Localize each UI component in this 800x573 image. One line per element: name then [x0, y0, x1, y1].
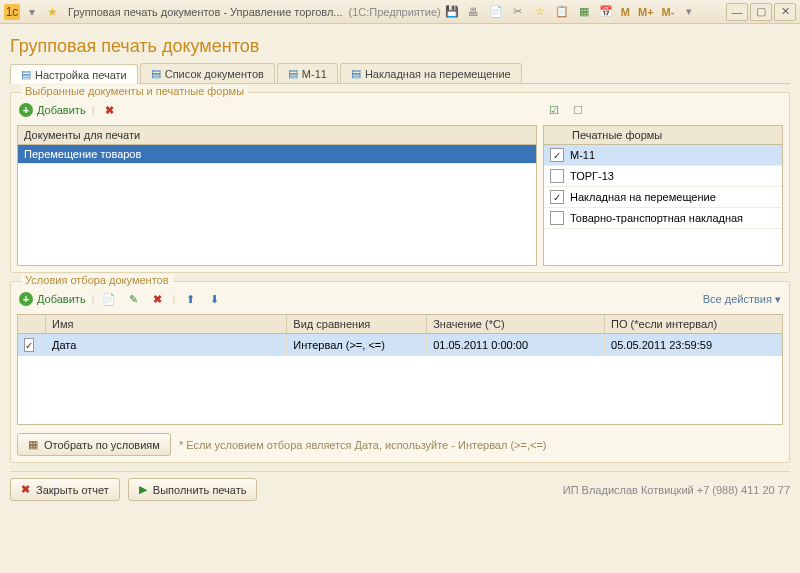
- cond-cmp: Интервал (>=, <=): [287, 335, 427, 355]
- col-to: ПО (*если интервал): [605, 315, 782, 333]
- uncheck-all-button[interactable]: ☐: [569, 101, 587, 119]
- minimize-button[interactable]: —: [726, 3, 748, 21]
- tab-label: М-11: [302, 68, 327, 80]
- m-button[interactable]: M: [617, 6, 634, 18]
- cond-name: Дата: [46, 335, 287, 355]
- titlebar: 1c ▾ ★ Групповая печать документов - Упр…: [0, 0, 800, 24]
- separator: |: [172, 293, 175, 305]
- condition-row[interactable]: ✓ Дата Интервал (>=, <=) 01.05.2011 0:00…: [18, 334, 782, 356]
- filter-button[interactable]: ▦ Отобрать по условиям: [17, 433, 171, 456]
- close-button[interactable]: ✕: [774, 3, 796, 21]
- copy-button[interactable]: 📄: [100, 290, 118, 308]
- window-subtitle: (1С:Предприятие): [349, 6, 441, 18]
- form-label: Товарно-транспортная накладная: [570, 212, 743, 224]
- save-icon[interactable]: 💾: [442, 3, 462, 21]
- forms-header-row: Печатные формы: [544, 126, 782, 145]
- condition-checkbox[interactable]: ✓: [24, 338, 34, 352]
- separator: |: [92, 293, 95, 305]
- page-title: Групповая печать документов: [10, 36, 790, 57]
- plus-icon: +: [19, 103, 33, 117]
- clipboard-icon[interactable]: 📋: [552, 3, 572, 21]
- tab-icon: ▤: [21, 68, 31, 81]
- document-name: Перемещение товаров: [24, 148, 141, 160]
- dropdown-icon[interactable]: ▾: [24, 4, 40, 20]
- form-label: Накладная на перемещение: [570, 191, 716, 203]
- delete-condition-button[interactable]: ✖: [148, 290, 166, 308]
- maximize-button[interactable]: ▢: [750, 3, 772, 21]
- footer-info: ИП Владислав Котвицкий +7 (988) 411 20 7…: [563, 484, 790, 496]
- group-title: Выбранные документы и печатные формы: [21, 85, 248, 97]
- app-icon: 1c: [4, 4, 20, 20]
- forms-header: Печатные формы: [572, 129, 662, 141]
- tab-doclist[interactable]: ▤Список документов: [140, 63, 275, 83]
- add-condition-button[interactable]: + Добавить: [19, 292, 86, 306]
- execute-print-button[interactable]: ▶ Выполнить печать: [128, 478, 258, 501]
- conditions-table: Имя Вид сравнения Значение (*С) ПО (*есл…: [17, 314, 783, 425]
- plus-icon: +: [19, 292, 33, 306]
- col-name: Имя: [46, 315, 287, 333]
- group-documents-forms: Выбранные документы и печатные формы + Д…: [10, 92, 790, 273]
- edit-button[interactable]: ✎: [124, 290, 142, 308]
- group-title: Условия отбора документов: [21, 274, 173, 286]
- fav-icon[interactable]: ☆: [530, 3, 550, 21]
- document-row[interactable]: Перемещение товаров: [18, 145, 536, 164]
- delete-document-button[interactable]: ✖: [100, 101, 118, 119]
- footer: ✖ Закрыть отчет ▶ Выполнить печать ИП Вл…: [10, 471, 790, 501]
- print-icon[interactable]: 🖶: [464, 3, 484, 21]
- close-icon: ✖: [21, 483, 30, 496]
- form-row[interactable]: ТОРГ-13: [544, 166, 782, 187]
- group-conditions: Условия отбора документов + Добавить | 📄…: [10, 281, 790, 463]
- doc-icon[interactable]: 📄: [486, 3, 506, 21]
- close-report-button[interactable]: ✖ Закрыть отчет: [10, 478, 120, 501]
- col-val: Значение (*С): [427, 315, 605, 333]
- window-title: Групповая печать документов - Управление…: [68, 6, 343, 18]
- tab-settings[interactable]: ▤Настройка печати: [10, 64, 138, 84]
- tab-m11[interactable]: ▤М-11: [277, 63, 338, 83]
- cut-icon[interactable]: ✂: [508, 3, 528, 21]
- star-icon[interactable]: ★: [44, 4, 60, 20]
- filter-hint: * Если условием отбора является Дата, ис…: [179, 439, 547, 451]
- add-label: Добавить: [37, 293, 86, 305]
- check-all-button[interactable]: ☑: [545, 101, 563, 119]
- calc-icon[interactable]: ▦: [574, 3, 594, 21]
- filter-icon: ▦: [28, 438, 38, 451]
- col-cmp: Вид сравнения: [287, 315, 427, 333]
- more-icon[interactable]: ▾: [679, 3, 699, 21]
- move-up-button[interactable]: ⬆: [181, 290, 199, 308]
- tab-label: Настройка печати: [35, 69, 127, 81]
- close-label: Закрыть отчет: [36, 484, 109, 496]
- cond-to: 05.05.2011 23:59:59: [605, 335, 782, 355]
- filter-label: Отобрать по условиям: [44, 439, 160, 451]
- tab-icon: ▤: [151, 67, 161, 80]
- documents-pane: Документы для печати Перемещение товаров: [17, 125, 537, 266]
- form-row[interactable]: ✓М-11: [544, 145, 782, 166]
- tabs: ▤Настройка печати ▤Список документов ▤М-…: [10, 63, 790, 84]
- form-checkbox[interactable]: [550, 211, 564, 225]
- m-minus-button[interactable]: M-: [658, 6, 679, 18]
- form-row[interactable]: Товарно-транспортная накладная: [544, 208, 782, 229]
- forms-pane: Печатные формы ✓М-11ТОРГ-13✓Накладная на…: [543, 125, 783, 266]
- cond-val: 01.05.2011 0:00:00: [427, 335, 605, 355]
- form-checkbox[interactable]: [550, 169, 564, 183]
- form-label: ТОРГ-13: [570, 170, 614, 182]
- tab-label: Накладная на перемещение: [365, 68, 511, 80]
- tab-icon: ▤: [288, 67, 298, 80]
- form-row[interactable]: ✓Накладная на перемещение: [544, 187, 782, 208]
- print-label: Выполнить печать: [153, 484, 247, 496]
- add-document-button[interactable]: + Добавить: [19, 103, 86, 117]
- tab-icon: ▤: [351, 67, 361, 80]
- separator: |: [92, 104, 95, 116]
- form-checkbox[interactable]: ✓: [550, 148, 564, 162]
- calendar-icon[interactable]: 📅: [596, 3, 616, 21]
- documents-header: Документы для печати: [18, 126, 536, 145]
- add-label: Добавить: [37, 104, 86, 116]
- move-down-button[interactable]: ⬇: [205, 290, 223, 308]
- play-icon: ▶: [139, 483, 147, 496]
- m-plus-button[interactable]: M+: [634, 6, 658, 18]
- tab-label: Список документов: [165, 68, 264, 80]
- form-label: М-11: [570, 149, 595, 161]
- form-checkbox[interactable]: ✓: [550, 190, 564, 204]
- all-actions-button[interactable]: Все действия ▾: [703, 293, 781, 306]
- tab-nakladnaya[interactable]: ▤Накладная на перемещение: [340, 63, 522, 83]
